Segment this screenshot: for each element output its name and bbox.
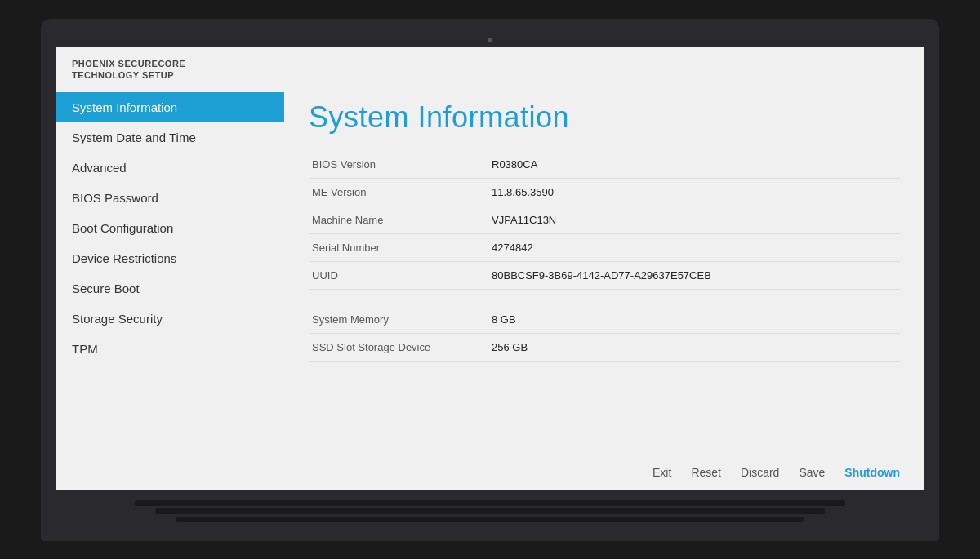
sidebar-item-tpm[interactable]: TPM (56, 334, 284, 364)
discard-button[interactable]: Discard (741, 466, 779, 479)
field-label: Machine Name (309, 206, 488, 234)
shutdown-button[interactable]: Shutdown (844, 466, 900, 479)
brand-line1: PHOENIX SECURECORE (72, 58, 908, 69)
save-button[interactable]: Save (799, 466, 825, 479)
table-row: SSD Slot Storage Device256 GB (309, 334, 900, 362)
main-title: System Information (309, 100, 900, 135)
sidebar-item-advanced[interactable]: Advanced (56, 153, 284, 183)
field-value: 80BBCSF9-3B69-4142-AD77-A29637E57CEB (488, 262, 900, 290)
reset-button[interactable]: Reset (691, 466, 721, 479)
table-row: Serial Number4274842 (309, 234, 900, 262)
sidebar-item-device-restrictions[interactable]: Device Restrictions (56, 243, 284, 273)
field-value: R0380CA (488, 151, 900, 179)
sidebar: System InformationSystem Date and TimeAd… (56, 87, 284, 454)
field-value: 11.8.65.3590 (488, 179, 900, 206)
table-row: Machine NameVJPA11C13N (309, 206, 900, 234)
field-label: Serial Number (309, 234, 488, 262)
field-label: BIOS Version (309, 151, 488, 179)
bios-brand: PHOENIX SECURECORE TECHNOLOGY SETUP (72, 58, 908, 82)
sidebar-item-bios-password[interactable]: BIOS Password (56, 183, 284, 213)
field-label: ME Version (309, 179, 488, 206)
info-table: BIOS VersionR0380CAME Version11.8.65.359… (309, 151, 900, 362)
sidebar-item-storage-security[interactable]: Storage Security (56, 304, 284, 334)
table-row: System Memory8 GB (309, 306, 900, 334)
sidebar-item-secure-boot[interactable]: Secure Boot (56, 273, 284, 304)
sidebar-item-system-date-and-time[interactable]: System Date and Time (56, 122, 284, 153)
bios-screen-container: PHOENIX SECURECORE TECHNOLOGY SETUP Syst… (56, 47, 924, 490)
sidebar-item-boot-configuration[interactable]: Boot Configuration (56, 213, 284, 243)
field-label: SSD Slot Storage Device (309, 334, 488, 362)
field-value: VJPA11C13N (488, 206, 900, 234)
exit-button[interactable]: Exit (653, 466, 671, 479)
bios-screen: PHOENIX SECURECORE TECHNOLOGY SETUP Syst… (56, 47, 924, 490)
table-row: BIOS VersionR0380CA (309, 151, 900, 179)
bottom-bar: ExitResetDiscardSaveShutdown (56, 455, 924, 490)
field-label: UUID (309, 262, 488, 290)
webcam-bar (56, 33, 924, 47)
table-row: UUID80BBCSF9-3B69-4142-AD77-A29637E57CEB (309, 262, 900, 290)
sidebar-item-system-information[interactable]: System Information (56, 92, 284, 122)
brand-line2: TECHNOLOGY SETUP (72, 69, 908, 81)
field-value: 4274842 (488, 234, 900, 262)
field-label: System Memory (309, 306, 488, 334)
main-panel: System Information BIOS VersionR0380CAME… (284, 87, 924, 454)
bios-header: PHOENIX SECURECORE TECHNOLOGY SETUP (56, 47, 924, 88)
field-value: 256 GB (488, 334, 900, 362)
webcam-dot (488, 38, 492, 42)
laptop-outer: PHOENIX SECURECORE TECHNOLOGY SETUP Syst… (41, 19, 939, 541)
table-spacer (309, 290, 900, 307)
field-value: 8 GB (488, 306, 900, 334)
table-row: ME Version11.8.65.3590 (309, 179, 900, 206)
keyboard-area (56, 490, 924, 533)
bios-content: System InformationSystem Date and TimeAd… (56, 87, 924, 454)
